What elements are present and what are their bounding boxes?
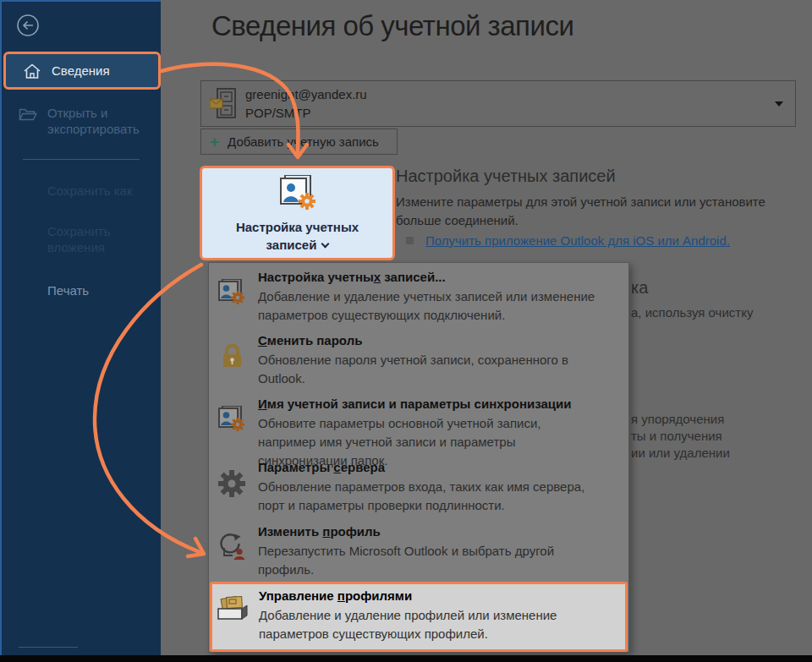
sidebar-item-save-attachments: Сохранить вложения [47,223,140,255]
sidebar-divider [23,159,140,160]
sidebar: Сведения Открыть и экспортировать Сохран… [0,0,161,655]
clipped-text-fragment: а, используя очистку [631,305,753,320]
plus-icon: + [210,134,219,150]
card-file-icon [215,594,250,643]
sidebar-divider-bottom [19,647,78,648]
bullet-square-icon [406,237,414,244]
menu-item-change-password[interactable]: Сменить пароль Обновление пароля учетной… [214,332,625,388]
section-heading: Настройка учетных записей [396,167,616,186]
section-description: Измените параметры для этой учетной запи… [396,193,776,230]
add-account-button[interactable]: + Добавить учетную запись [200,129,398,155]
account-protocol: POP/SMTP [245,106,311,120]
sidebar-item-open-export[interactable]: Открыть и экспортировать [19,105,154,137]
chevron-down-icon [321,240,330,249]
dropdown-caret-icon [775,101,783,107]
account-settings-icon [278,175,317,212]
home-icon [23,63,41,79]
sidebar-item-label: Сведения [52,63,110,78]
menu-item-description: Перезапустить Microsoft Outlook и выбрат… [258,542,601,579]
get-outlook-row: Получить приложение Outlook для iOS или … [406,233,730,248]
sidebar-item-print[interactable]: Печать [47,283,89,298]
menu-item-title: Имя учетной записи и параметры синхрониз… [258,396,601,413]
clipped-text-fragment: ии или удалении [631,446,730,460]
sidebar-item-label: Открыть и экспортировать [47,105,154,137]
account-settings-button[interactable]: Настройка учетных записей [200,166,395,260]
switch-profile-icon [214,533,250,579]
open-folder-icon [19,107,37,122]
account-dropdown[interactable]: greenight@yandex.ru POP/SMTP [200,80,796,127]
clipped-text-fragment: я упорядочения [631,412,724,426]
menu-item-server-settings[interactable]: Параметры сервера Обновление параметров … [214,459,625,515]
menu-item-title: Сменить пароль [258,332,601,349]
get-outlook-link[interactable]: Получить приложение Outlook для iOS или … [425,233,730,248]
menu-item-title: Управление профилями [259,588,601,605]
back-arrow-icon [15,13,41,38]
sidebar-item-info[interactable]: Сведения [3,52,161,90]
bottom-bar [0,655,812,662]
gear-icon [214,469,250,515]
padlock-icon [214,342,250,388]
clipped-text-fragment: ты и получения [631,429,722,443]
sidebar-item-save-as: Сохранить как [47,183,133,198]
menu-item-title: Параметры сервера [258,459,601,476]
account-settings-label: Настройка учетных записей [217,218,378,254]
clipped-heading-fragment: ка [631,278,648,298]
highlighted-menu-item-box: Управление профилями Добавление и удален… [210,582,628,652]
page-title: Сведения об учетной записи [211,10,573,42]
menu-item-account-settings[interactable]: Настройка учетных записей... Добавление … [214,269,625,325]
menu-item-title: Настройка учетных записей... [258,269,601,286]
add-account-label: Добавить учетную запись [228,134,379,149]
account-settings-menu: Настройка учетных записей... Добавление … [208,262,629,653]
account-email: greenight@yandex.ru [245,87,367,101]
account-gear-icon [214,279,250,325]
mail-account-icon [210,87,240,121]
menu-item-description: Добавление и удаление учетных записей ил… [258,287,601,325]
menu-item-description: Обновление пароля учетной записи, сохран… [258,351,601,388]
menu-item-title: Изменить профиль [258,523,601,540]
back-button[interactable] [15,13,41,38]
menu-item-change-profile[interactable]: Изменить профиль Перезапустить Microsoft… [214,523,625,579]
menu-item-description: Добавление и удаление профилей или измен… [259,606,601,643]
menu-item-description: Обновление параметров входа, таких как и… [258,478,601,515]
menu-item-manage-profiles[interactable]: Управление профилями Добавление и удален… [215,588,626,643]
outlook-backstage-window: Сведения Открыть и экспортировать Сохран… [0,0,812,662]
